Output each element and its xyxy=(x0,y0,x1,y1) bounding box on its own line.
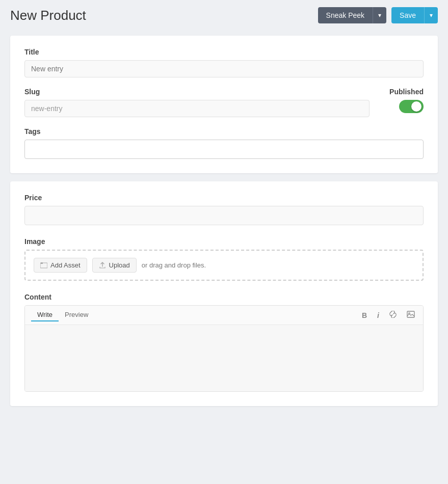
toggle-thumb xyxy=(411,101,421,112)
product-details-card: Price Image Add Asset Uplo xyxy=(10,181,438,406)
editor-actions: B i xyxy=(360,310,417,320)
page-title: New Product xyxy=(10,8,86,23)
image-button[interactable] xyxy=(405,310,417,320)
sneak-peek-button[interactable]: Sneak Peek xyxy=(318,7,373,23)
price-input[interactable] xyxy=(24,206,424,225)
price-label: Price xyxy=(24,194,424,202)
preview-tab[interactable]: Preview xyxy=(59,309,94,321)
image-label: Image xyxy=(24,237,424,246)
editor-tabs: Write Preview xyxy=(31,309,94,321)
published-label: Published xyxy=(389,88,424,96)
slug-field: Slug xyxy=(24,88,370,117)
editor-body[interactable] xyxy=(25,325,423,391)
sneak-peek-dropdown-button[interactable]: ▾ xyxy=(373,7,386,23)
link-icon xyxy=(389,311,397,318)
link-button[interactable] xyxy=(387,310,399,320)
price-field: Price xyxy=(24,194,424,225)
image-icon xyxy=(407,311,415,318)
content-area: Title Slug Published Tags xyxy=(0,31,448,416)
svg-rect-1 xyxy=(41,262,43,264)
italic-button[interactable]: i xyxy=(375,310,381,320)
add-asset-label: Add Asset xyxy=(50,261,81,269)
asset-icon xyxy=(40,262,47,268)
image-upload-zone: Add Asset Upload or drag and drop files. xyxy=(24,250,424,281)
upload-button[interactable]: Upload xyxy=(92,258,137,273)
editor-toolbar: Write Preview B i xyxy=(25,306,423,325)
toggle-track xyxy=(399,100,424,113)
save-dropdown-button[interactable]: ▾ xyxy=(424,7,438,23)
svg-rect-2 xyxy=(407,311,414,317)
slug-published-row: Slug Published xyxy=(24,88,424,117)
save-btn-group: Save ▾ xyxy=(391,7,438,23)
save-button[interactable]: Save xyxy=(391,7,424,23)
basic-info-card: Title Slug Published Tags xyxy=(10,36,438,173)
upload-icon xyxy=(99,262,106,269)
bold-button[interactable]: B xyxy=(360,310,369,320)
content-field: Content Write Preview B i xyxy=(24,293,424,392)
tags-input[interactable] xyxy=(24,140,424,159)
page-header: New Product Sneak Peek ▾ Save ▾ xyxy=(0,0,448,31)
title-label: Title xyxy=(24,48,424,56)
upload-label: Upload xyxy=(109,261,130,269)
write-tab[interactable]: Write xyxy=(31,309,59,321)
image-field: Image Add Asset Upload or drag an xyxy=(24,237,424,281)
tags-label: Tags xyxy=(24,127,424,136)
drag-drop-text: or drag and drop files. xyxy=(142,261,206,269)
published-field: Published xyxy=(378,88,424,113)
content-label: Content xyxy=(24,293,424,301)
published-toggle[interactable] xyxy=(399,100,424,113)
slug-label: Slug xyxy=(24,88,370,96)
slug-input[interactable] xyxy=(24,100,370,117)
tags-field: Tags xyxy=(24,127,424,159)
title-input[interactable] xyxy=(24,60,424,77)
add-asset-button[interactable]: Add Asset xyxy=(34,258,87,273)
content-editor: Write Preview B i xyxy=(24,305,424,392)
sneak-peek-btn-group: Sneak Peek ▾ xyxy=(318,7,387,23)
header-actions: Sneak Peek ▾ Save ▾ xyxy=(318,7,438,23)
